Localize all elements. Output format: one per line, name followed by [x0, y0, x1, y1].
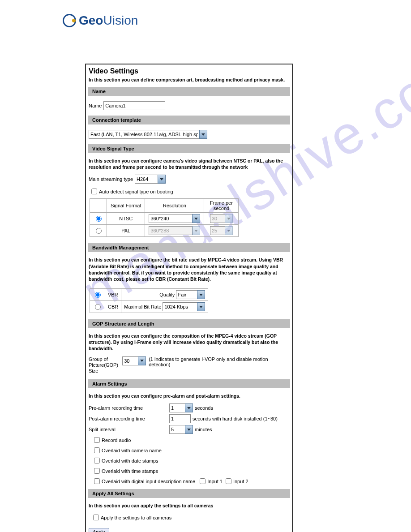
- overlay-digital-label: Overlaid with digital input description …: [102, 479, 195, 484]
- input1-checkbox[interactable]: [200, 478, 206, 484]
- record-audio-checkbox[interactable]: [94, 437, 100, 443]
- section-apply-header: Apply All Settings: [88, 489, 290, 498]
- overlay-date-label: Overlaid with date stamps: [102, 458, 158, 463]
- bitrate-label: Maximal Bit Rate: [124, 304, 161, 309]
- record-audio-label: Record audio: [102, 438, 131, 443]
- bitrate-select[interactable]: [163, 302, 197, 311]
- chevron-down-icon[interactable]: [158, 175, 166, 184]
- gop-desc: In this section you can configure the co…: [86, 333, 292, 356]
- pal-fps-select: [210, 226, 225, 235]
- brand-logo: GeoUision: [63, 13, 349, 28]
- quality-label: Quality: [159, 292, 175, 297]
- post-alarm-unit: seconds with hard disk installed (1~30): [193, 416, 278, 421]
- ntsc-label: NTSC: [107, 213, 145, 225]
- apply-all-checkbox[interactable]: [93, 515, 99, 520]
- bw-table: VBR Quality CBR Maximal Bit Rate: [90, 288, 208, 313]
- post-alarm-input[interactable]: [169, 414, 191, 423]
- section-bw-header: Bandwidth Management: [88, 243, 290, 252]
- input1-label: Input 1: [207, 479, 223, 484]
- ntsc-radio[interactable]: [96, 216, 102, 222]
- chevron-down-icon: [225, 214, 233, 223]
- section-conn-header: Connection template: [88, 116, 290, 124]
- name-label: Name: [89, 103, 102, 108]
- overlay-camname-checkbox[interactable]: [94, 447, 100, 453]
- pal-radio[interactable]: [96, 228, 102, 234]
- chevron-down-icon[interactable]: [197, 290, 205, 299]
- name-input[interactable]: [103, 101, 165, 110]
- pre-alarm-unit: seconds: [195, 405, 213, 411]
- conn-template-select[interactable]: [89, 130, 200, 139]
- table-row: PAL: [90, 225, 239, 237]
- section-gop-header: GOP Structure and Length: [88, 319, 290, 328]
- apply-desc: In this section you can apply the settin…: [86, 502, 292, 512]
- main-stream-select[interactable]: [135, 175, 158, 184]
- gop-select[interactable]: [122, 356, 138, 365]
- overlay-date-checkbox[interactable]: [94, 458, 100, 463]
- split-unit: minutes: [195, 427, 212, 432]
- signal-desc: In this section you can configure camera…: [86, 158, 292, 174]
- vbr-radio[interactable]: [95, 292, 101, 298]
- settings-panel: Video Settings In this section you can d…: [85, 64, 293, 532]
- apply-button[interactable]: Apply: [89, 528, 109, 532]
- pal-label: PAL: [107, 225, 145, 237]
- split-select[interactable]: [169, 425, 185, 434]
- col-format: Signal Format: [107, 199, 145, 213]
- apply-all-label: Apply the settings to all cameras: [101, 515, 171, 520]
- section-name-header: Name: [88, 87, 290, 96]
- col-fps: Frame per second: [204, 199, 239, 213]
- chevron-down-icon[interactable]: [199, 130, 207, 139]
- split-label: Split interval: [89, 427, 169, 432]
- overlay-digital-checkbox[interactable]: [94, 478, 100, 484]
- input2-checkbox[interactable]: [226, 478, 231, 484]
- table-row: NTSC: [90, 213, 239, 225]
- chevron-down-icon[interactable]: [192, 214, 200, 223]
- section-signal-header: Video Signal Type: [88, 144, 290, 153]
- post-alarm-label: Post-alarm recording time: [89, 416, 169, 421]
- overlay-camname-label: Overlaid with camera name: [102, 448, 162, 453]
- chevron-down-icon[interactable]: [185, 425, 193, 434]
- section-alarm-header: Alarm Settings: [88, 379, 290, 388]
- input2-label: Input 2: [233, 479, 248, 484]
- overlay-time-label: Overlaid with time stamps: [102, 468, 158, 474]
- pal-res-select: [149, 226, 193, 235]
- auto-detect-label: Auto detect signal type on booting: [99, 189, 173, 194]
- main-stream-label: Main streaming type: [89, 176, 133, 182]
- gop-label: Group of Picture(GOP) Size: [89, 356, 120, 374]
- ntsc-fps-select: [210, 214, 225, 223]
- alarm-desc: In this section you can configure pre-al…: [86, 393, 292, 403]
- chevron-down-icon: [225, 226, 233, 235]
- quality-select[interactable]: [176, 290, 197, 299]
- auto-detect-checkbox[interactable]: [91, 189, 97, 194]
- pre-alarm-label: Pre-alarm recording time: [89, 405, 169, 411]
- overlay-time-checkbox[interactable]: [94, 468, 100, 474]
- gop-note: (1 indicates to generate I-VOP only and …: [149, 356, 289, 367]
- pre-alarm-select[interactable]: [169, 403, 185, 412]
- chevron-down-icon[interactable]: [138, 356, 146, 365]
- bw-desc: In this section you can configure the bi…: [86, 257, 292, 286]
- chevron-down-icon: [192, 226, 200, 235]
- logo-icon: [63, 14, 76, 27]
- col-resolution: Resolution: [145, 199, 204, 213]
- chevron-down-icon[interactable]: [197, 302, 205, 311]
- ntsc-res-select[interactable]: [149, 214, 193, 223]
- chevron-down-icon[interactable]: [185, 403, 193, 412]
- cbr-radio[interactable]: [95, 304, 101, 310]
- vbr-label: VBR: [105, 289, 121, 301]
- page-subtitle: In this section you can define compressi…: [86, 77, 292, 87]
- page-title: Video Settings: [86, 64, 292, 77]
- signal-table: Signal Format Resolution Frame per secon…: [90, 198, 239, 237]
- cbr-label: CBR: [105, 301, 121, 313]
